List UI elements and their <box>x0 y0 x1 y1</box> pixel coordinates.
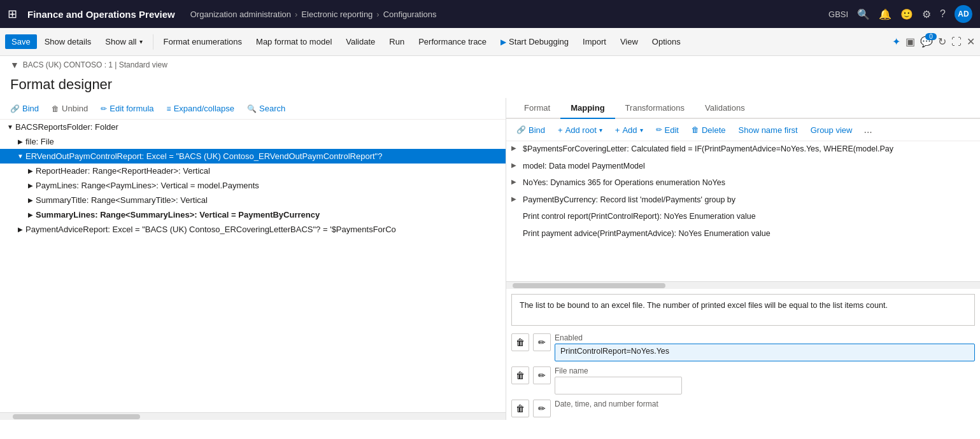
format-tree: ▼ BACSReportsFolder: Folder ▶ file: File… <box>0 120 506 412</box>
format-enumerations-button[interactable]: Format enumerations <box>157 34 249 49</box>
filename-input[interactable] <box>555 377 682 394</box>
expand-icon[interactable]: ▶ <box>15 226 25 233</box>
expand-collapse-button[interactable]: ≡ Expand/collapse <box>162 102 239 115</box>
ds-item[interactable]: ▶ model: Data model PaymentModel <box>506 158 980 176</box>
run-button[interactable]: Run <box>383 34 411 49</box>
avatar[interactable]: AD <box>955 5 972 23</box>
tab-transformations[interactable]: Transformations <box>615 98 695 119</box>
filename-edit-button[interactable]: ✏ <box>533 366 551 384</box>
add-root-button[interactable]: + Add root ▾ <box>553 123 607 137</box>
expand-icon[interactable]: ▶ <box>15 138 25 145</box>
bind-button-left[interactable]: 🔗 Bind <box>5 102 44 115</box>
ds-expand-icon[interactable]: ▶ <box>511 144 522 151</box>
bind-icon-left: 🔗 <box>10 104 20 113</box>
tree-item[interactable]: ▶ SummaryLines: Range<SummaryLines>: Ver… <box>0 207 506 222</box>
show-all-button[interactable]: Show all ▾ <box>99 34 148 49</box>
options-button[interactable]: Options <box>646 34 687 49</box>
ds-item[interactable]: ▶ NoYes: Dynamics 365 for Operations enu… <box>506 175 980 192</box>
tab-validations[interactable]: Validations <box>695 98 755 119</box>
main-toolbar: Save Show details Show all ▾ Format enum… <box>0 28 980 56</box>
left-hscroll[interactable] <box>0 412 506 420</box>
group-view-button[interactable]: Group view <box>806 123 858 137</box>
toolbar-star-icon[interactable]: ✦ <box>892 36 900 48</box>
save-button[interactable]: Save <box>5 34 37 49</box>
right-panel: Format Mapping Transformations Validatio… <box>506 98 980 420</box>
datetime-delete-button[interactable]: 🗑 <box>511 400 529 417</box>
edit-button-right[interactable]: ✏ Edit <box>651 123 684 137</box>
tab-mapping[interactable]: Mapping <box>560 98 614 119</box>
ds-hscroll-thumb[interactable] <box>513 283 665 288</box>
performance-trace-button[interactable]: Performance trace <box>412 34 493 49</box>
bind-button-right[interactable]: 🔗 Bind <box>511 123 550 137</box>
debug-icon: ▶ <box>501 38 506 46</box>
toolbar-refresh-icon[interactable]: ↻ <box>938 36 946 48</box>
tree-item[interactable]: ▶ ReportHeader: Range<ReportHeader>: Ver… <box>0 164 506 178</box>
expand-icon[interactable]: ▼ <box>15 153 25 160</box>
expand-icon[interactable]: ▶ <box>25 182 36 189</box>
expand-icon[interactable]: ▼ <box>5 123 15 130</box>
view-button[interactable]: View <box>614 34 644 49</box>
show-details-button[interactable]: Show details <box>38 34 98 49</box>
tree-item[interactable]: ▶ PaymLines: Range<PaymLines>: Vertical … <box>0 178 506 193</box>
more-button[interactable]: ... <box>860 123 876 137</box>
tree-item-selected[interactable]: ▼ ERVendOutPaymControlReport: Excel = "B… <box>0 149 506 164</box>
ds-item[interactable]: ▶ Print control report(PrintControlRepor… <box>506 209 980 226</box>
ds-item[interactable]: ▶ Print payment advice(PrintPaymentAdvic… <box>506 226 980 243</box>
app-grid-icon[interactable]: ⊞ <box>8 7 17 21</box>
notification-icon[interactable]: 🔔 <box>879 8 891 20</box>
filename-label: File name <box>555 366 975 375</box>
breadcrumb-path: BACS (UK) CONTOSO : 1 | Standard view <box>23 60 167 69</box>
enabled-delete-button[interactable]: 🗑 <box>511 333 529 351</box>
filename-property: File name <box>555 366 975 394</box>
ds-expand-icon[interactable]: ▶ <box>511 178 522 185</box>
breadcrumb-config[interactable]: Configurations <box>383 10 437 19</box>
start-debugging-button[interactable]: ▶ Start Debugging <box>494 34 575 49</box>
smiley-icon[interactable]: 🙂 <box>900 8 913 20</box>
left-hscroll-thumb[interactable] <box>13 414 140 419</box>
toolbar-expand-icon[interactable]: ⛶ <box>951 36 962 48</box>
ds-item[interactable]: ▶ $PaymentsForCoveringLetter: Calculated… <box>506 141 980 158</box>
toolbar-layout-icon[interactable]: ▣ <box>905 36 915 48</box>
add-root-chevron-icon: ▾ <box>599 127 602 134</box>
expand-icon[interactable]: ▶ <box>25 167 36 174</box>
breadcrumb-er[interactable]: Electronic reporting <box>301 10 373 19</box>
enabled-label: Enabled <box>555 333 975 342</box>
expand-icon[interactable]: ▶ <box>25 197 36 204</box>
edit-formula-button[interactable]: ✏ Edit formula <box>96 102 159 115</box>
datetime-edit-button[interactable]: ✏ <box>533 400 551 417</box>
toolbar-close-icon[interactable]: ✕ <box>967 36 975 48</box>
tree-item[interactable]: ▶ file: File <box>0 134 506 149</box>
search-button-left[interactable]: 🔍 Search <box>242 102 290 115</box>
help-icon[interactable]: ? <box>940 8 946 20</box>
unbind-button[interactable]: 🗑 Unbind <box>46 102 93 115</box>
ds-hscroll[interactable] <box>506 281 980 289</box>
datetime-property-row: 🗑 ✏ Date, time, and number format <box>506 397 980 420</box>
add-button[interactable]: + Add ▾ <box>610 123 648 137</box>
validate-button[interactable]: Validate <box>339 34 381 49</box>
tree-item[interactable]: ▶ PaymentAdviceReport: Excel = "BACS (UK… <box>0 222 506 237</box>
breadcrumb-org[interactable]: Organization administration <box>190 10 291 19</box>
add-chevron-icon: ▾ <box>640 127 643 134</box>
expand-collapse-icon: ≡ <box>167 104 171 113</box>
ds-item[interactable]: ▶ PaymentByCurrency: Record list 'model/… <box>506 192 980 209</box>
filename-delete-button[interactable]: 🗑 <box>511 366 529 384</box>
delete-icon: 🗑 <box>692 125 699 134</box>
ds-expand-icon[interactable]: ▶ <box>511 195 522 202</box>
search-icon[interactable]: 🔍 <box>857 8 870 20</box>
tab-format[interactable]: Format <box>514 98 560 119</box>
import-button[interactable]: Import <box>576 34 613 49</box>
filter-icon[interactable]: ▼ <box>10 60 19 70</box>
tree-item[interactable]: ▼ BACSReportsFolder: Folder <box>0 120 506 134</box>
breadcrumb-chevron-1: › <box>295 10 297 19</box>
edit-icon-right: ✏ <box>656 125 662 134</box>
expand-icon[interactable]: ▶ <box>25 211 36 218</box>
map-format-to-model-button[interactable]: Map format to model <box>250 34 338 49</box>
unbind-icon: 🗑 <box>52 104 59 113</box>
settings-icon[interactable]: ⚙ <box>922 8 931 20</box>
show-name-first-button[interactable]: Show name first <box>734 123 803 137</box>
delete-button[interactable]: 🗑 Delete <box>686 123 731 137</box>
ds-expand-icon[interactable]: ▶ <box>511 162 522 169</box>
tree-item[interactable]: ▶ SummaryTitle: Range<SummaryTitle>: Ver… <box>0 193 506 207</box>
enabled-edit-button[interactable]: ✏ <box>533 333 551 351</box>
toolbar-badge-icon[interactable]: 💬 0 <box>920 36 933 48</box>
